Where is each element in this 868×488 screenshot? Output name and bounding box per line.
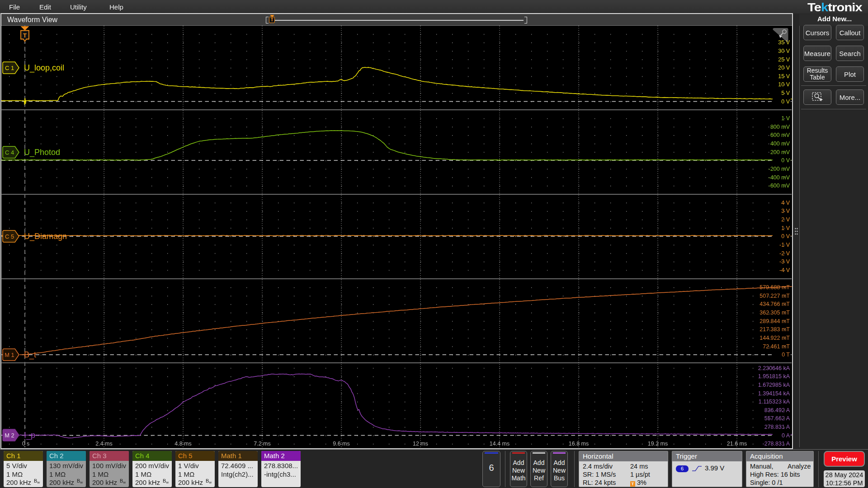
svg-text:3 V: 3 V <box>781 208 790 214</box>
svg-text:-2 V: -2 V <box>779 250 790 257</box>
svg-text:5 V: 5 V <box>781 90 790 96</box>
svg-text:362.305 mT: 362.305 mT <box>760 310 790 316</box>
svg-text:1.115323 kA: 1.115323 kA <box>759 399 790 405</box>
svg-text:600 mV: 600 mV <box>770 132 790 138</box>
svg-text:1 V: 1 V <box>781 115 790 122</box>
svg-text:289.844 mT: 289.844 mT <box>760 318 790 324</box>
svg-text:0 s: 0 s <box>22 441 30 447</box>
svg-text:579.688 mT: 579.688 mT <box>760 284 790 291</box>
svg-text:20 V: 20 V <box>778 65 790 71</box>
svg-text:C 5: C 5 <box>5 233 14 240</box>
svg-text:-1 V: -1 V <box>779 242 790 248</box>
svg-text:35 V: 35 V <box>778 39 790 46</box>
svg-text:278.831 A: 278.831 A <box>764 424 790 430</box>
svg-text:12 ms: 12 ms <box>413 441 428 447</box>
svg-text:2.4 ms: 2.4 ms <box>95 441 113 447</box>
svg-text:16.8 ms: 16.8 ms <box>569 441 589 447</box>
svg-text:1 V: 1 V <box>781 225 790 231</box>
svg-text:2.230646 kA: 2.230646 kA <box>758 365 790 371</box>
svg-text:-4 V: -4 V <box>779 267 790 273</box>
svg-text:800 mV: 800 mV <box>770 124 790 130</box>
svg-text:U_Diamagn: U_Diamagn <box>24 232 67 241</box>
svg-text:217.383 mT: 217.383 mT <box>760 326 790 333</box>
svg-text:0 V: 0 V <box>781 157 790 164</box>
svg-text:T: T <box>23 32 27 39</box>
svg-text:C 1: C 1 <box>5 65 14 71</box>
svg-text:434.766 mT: 434.766 mT <box>760 301 790 307</box>
svg-text:-200 mV: -200 mV <box>769 166 790 172</box>
svg-text:0 V: 0 V <box>781 99 790 105</box>
svg-text:14.4 ms: 14.4 ms <box>490 441 509 447</box>
svg-text:4 V: 4 V <box>781 200 790 206</box>
svg-text:30 V: 30 V <box>778 48 790 54</box>
svg-text:-400 mV: -400 mV <box>769 174 790 181</box>
svg-text:10 V: 10 V <box>778 81 790 88</box>
svg-text:0 V: 0 V <box>781 233 790 239</box>
svg-text:400 mV: 400 mV <box>770 141 790 147</box>
svg-text:-3 V: -3 V <box>779 258 790 265</box>
svg-text:-278.831 A: -278.831 A <box>763 441 790 447</box>
svg-text:1.394154 kA: 1.394154 kA <box>758 390 790 397</box>
svg-text:I_p: I_p <box>24 431 35 440</box>
svg-text:9.6 ms: 9.6 ms <box>333 441 350 447</box>
svg-text:2 V: 2 V <box>781 216 790 223</box>
svg-text:0 A: 0 A <box>782 432 790 439</box>
svg-text:B_t: B_t <box>24 350 36 360</box>
svg-text:M 2: M 2 <box>5 432 14 439</box>
svg-text:144.922 mT: 144.922 mT <box>760 335 790 341</box>
svg-text:U_Photod: U_Photod <box>24 148 60 157</box>
svg-text:507.227 mT: 507.227 mT <box>760 293 790 299</box>
svg-text:0 T: 0 T <box>782 352 790 358</box>
svg-text:72.461 mT: 72.461 mT <box>763 343 790 350</box>
svg-text:836.492 A: 836.492 A <box>764 407 790 413</box>
svg-text:25 V: 25 V <box>778 56 790 63</box>
svg-text:557.662 A: 557.662 A <box>764 415 790 422</box>
svg-text:U_loop,coil: U_loop,coil <box>24 63 64 73</box>
svg-text:200 mV: 200 mV <box>770 149 790 155</box>
svg-text:C 4: C 4 <box>5 149 14 156</box>
svg-text:15 V: 15 V <box>778 73 790 80</box>
svg-text:M 1: M 1 <box>5 352 14 358</box>
svg-text:1.672985 kA: 1.672985 kA <box>758 382 790 388</box>
svg-text:19.2 ms: 19.2 ms <box>648 441 668 447</box>
svg-text:4.8 ms: 4.8 ms <box>175 441 192 447</box>
svg-text:7.2 ms: 7.2 ms <box>254 441 271 447</box>
svg-text:1.951815 kA: 1.951815 kA <box>758 373 790 380</box>
svg-text:21.6 ms: 21.6 ms <box>727 441 747 447</box>
svg-text:-600 mV: -600 mV <box>769 183 790 189</box>
